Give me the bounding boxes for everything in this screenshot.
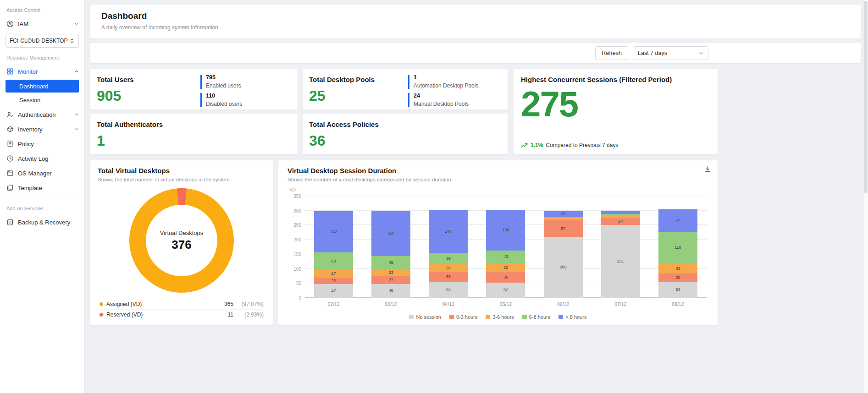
donut-center-label: Virtual Desktops (160, 229, 203, 236)
legend-swatch-icon (558, 315, 563, 319)
chart-legend-item[interactable]: 0-3 hours (449, 314, 477, 320)
bar-segment-label: 22 (332, 279, 336, 283)
scrollbar-thumb[interactable] (864, 1, 868, 193)
bar-segment[interactable]: 23 (544, 211, 583, 218)
sidebar-item-dashboard[interactable]: Dashboard (6, 80, 79, 93)
bar-chart-title: Virtual Desktop Session Duration (287, 167, 708, 175)
bar-segment[interactable]: 138 (486, 210, 525, 251)
sidebar-item-monitor[interactable]: Monitor (0, 64, 84, 79)
trend-label: Compared to Previous 7 days (546, 142, 618, 148)
bar-segment[interactable]: 39 (429, 253, 468, 264)
sidebar-item-os-manager[interactable]: OS Manager (0, 166, 84, 180)
stat-value: 36 (309, 133, 501, 148)
date-range-select[interactable]: Last 7 days (633, 46, 708, 60)
bar-segment-label: 32 (503, 266, 508, 270)
bar-group: 47222760142 (305, 196, 362, 298)
breakdown-label: Automation Desktop Pools (414, 82, 478, 89)
sidebar-item-inventory[interactable]: Inventory (0, 122, 84, 136)
bar-segment[interactable]: 52 (486, 283, 525, 298)
bar-segment-label: 45 (389, 261, 393, 265)
bar-segment[interactable]: 147 (429, 210, 468, 253)
sidebar-item-iam[interactable]: IAM (0, 16, 84, 31)
bar-segment[interactable]: 24 (601, 218, 640, 225)
card-total-users: Total Users 905 795 Enabled users 110 Di… (90, 69, 298, 109)
concurrent-sessions-value: 275 (521, 87, 710, 121)
bar-segment[interactable]: 45 (371, 256, 410, 269)
bar-stack: 52363243138 (486, 210, 525, 298)
bar-segment[interactable]: 27 (314, 270, 353, 278)
sidebar-item-activity-log[interactable]: Activity Log (0, 151, 84, 166)
bar-segment-label: 23 (389, 271, 393, 275)
bar-segment[interactable]: 36 (429, 272, 468, 283)
refresh-button[interactable]: Refresh (595, 46, 628, 60)
bar-segment[interactable]: 48 (371, 284, 410, 298)
main-content: Dashboard A daily overview of incoming s… (85, 0, 863, 393)
donut-legend-row[interactable]: Reserved (VD)11(2.93%) (100, 309, 264, 320)
bar-segment-label: 23 (561, 212, 565, 216)
bar-segment[interactable]: 209 (544, 237, 583, 298)
donut-title: Total Virtual Desktops (98, 167, 265, 175)
legend-label: 0-3 hours (456, 314, 477, 320)
sidebar-item-policy[interactable]: Policy (0, 136, 84, 151)
chart-legend-item[interactable]: 3-6 hours (486, 314, 514, 320)
bar-segment[interactable]: 110 (658, 232, 697, 264)
bar-segment[interactable]: 77 (658, 209, 697, 232)
bar-segment[interactable]: 43 (486, 251, 525, 263)
breakdown-item: 795 Enabled users (200, 75, 242, 89)
pools-breakdown: 1 Automation Desktop Pools 24 Manual Des… (408, 75, 478, 111)
inventory-box-icon (6, 126, 14, 133)
bar-segment[interactable]: 54 (658, 282, 697, 298)
card-session-duration: Virtual Desktop Session Duration Shows t… (278, 160, 718, 325)
bar-segment[interactable]: 156 (371, 211, 410, 256)
y-tick-label: 100 (293, 266, 301, 271)
bar-group: 25124 (592, 196, 649, 298)
chevron-down-icon (74, 127, 79, 131)
bar-segment[interactable]: 23 (371, 269, 410, 276)
breakdown-item: 110 Disabled users (200, 93, 242, 107)
legend-dot-icon (100, 302, 103, 306)
legend-label: No session (416, 314, 441, 320)
chevron-up-icon (74, 69, 79, 74)
bar-segment[interactable]: 60 (314, 252, 353, 270)
breakdown-label: Manual Desktop Pools (414, 101, 478, 107)
chart-legend-item[interactable]: > 8 hours (558, 314, 586, 320)
bar-segment-label: 156 (387, 231, 394, 235)
download-icon[interactable] (704, 166, 711, 173)
bar-segment[interactable]: 47 (314, 284, 353, 298)
bar-segment[interactable]: 33 (658, 264, 697, 273)
donut-chart: Virtual Desktops 376 (98, 186, 265, 295)
bar-segment[interactable]: 53 (429, 282, 468, 298)
legend-dot-icon (100, 313, 103, 317)
bar-segment[interactable]: 32 (486, 263, 525, 272)
bar-plot: VD 0501001502002503003504722276014248272… (305, 196, 707, 298)
bar-segment[interactable]: 57 (544, 220, 583, 237)
bar-segment-label: 52 (503, 288, 508, 292)
date-range-value: Last 7 days (638, 50, 667, 56)
bar-segment[interactable]: 251 (601, 225, 640, 298)
bar-segment[interactable]: 22 (314, 278, 353, 284)
cluster-selector-value: FCI-CLOUD-DESKTOP (10, 38, 67, 44)
chart-legend-item[interactable]: 6-8 hours (522, 314, 550, 320)
sidebar-item-session[interactable]: Session (6, 93, 79, 106)
donut-legend-row[interactable]: Assigned (VD)365(97.07%) (100, 299, 264, 309)
sidebar-item-authentication[interactable]: Authentication (0, 107, 84, 122)
sidebar-item-label: Session (19, 97, 40, 104)
sidebar-item-backup-recovery[interactable]: Backup & Recovery (0, 215, 84, 229)
bar-stack: 47222760142 (314, 211, 353, 298)
sidebar-item-template[interactable]: Template (0, 180, 84, 195)
bar-segment[interactable]: 27 (371, 276, 410, 284)
scrollbar[interactable] (863, 0, 868, 393)
sidebar-item-label: Template (18, 185, 79, 191)
donut-legend: Assigned (VD)365(97.07%)Reserved (VD)11(… (100, 299, 264, 320)
bar-segment[interactable] (601, 211, 640, 214)
bar-segment[interactable]: 26 (429, 264, 468, 272)
sidebar-item-label: Activity Log (18, 155, 79, 162)
bar-segment[interactable]: 142 (314, 211, 353, 252)
breakdown-label: Disabled users (206, 101, 242, 107)
x-tick-label: 04/12 (420, 301, 477, 307)
bar-segment[interactable]: 30 (658, 273, 697, 282)
bar-segment[interactable]: 36 (486, 272, 525, 283)
cluster-selector[interactable]: FCI-CLOUD-DESKTOP (6, 34, 79, 48)
os-window-icon (6, 169, 14, 177)
chart-legend-item[interactable]: No session (409, 314, 441, 320)
